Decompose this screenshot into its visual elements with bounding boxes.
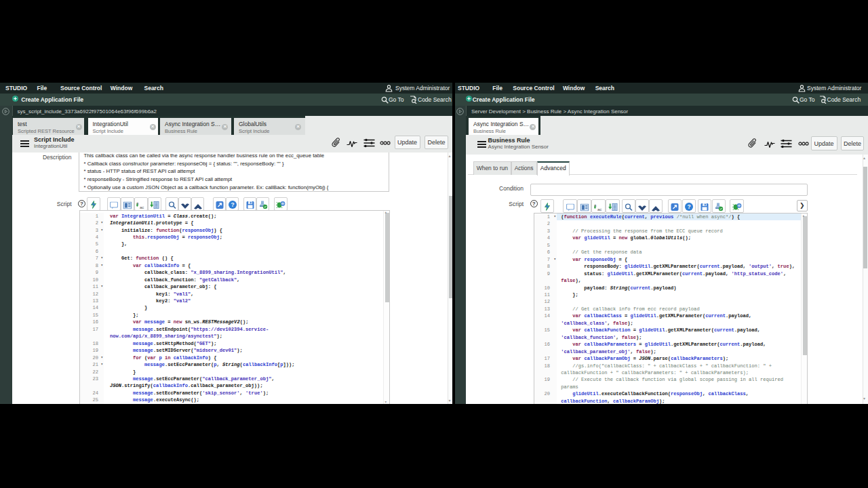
svg-text:ac: ac bbox=[597, 207, 601, 211]
svg-text:?: ? bbox=[687, 203, 690, 210]
svg-text:ac: ac bbox=[140, 205, 144, 209]
svg-text:?: ? bbox=[231, 201, 234, 207]
